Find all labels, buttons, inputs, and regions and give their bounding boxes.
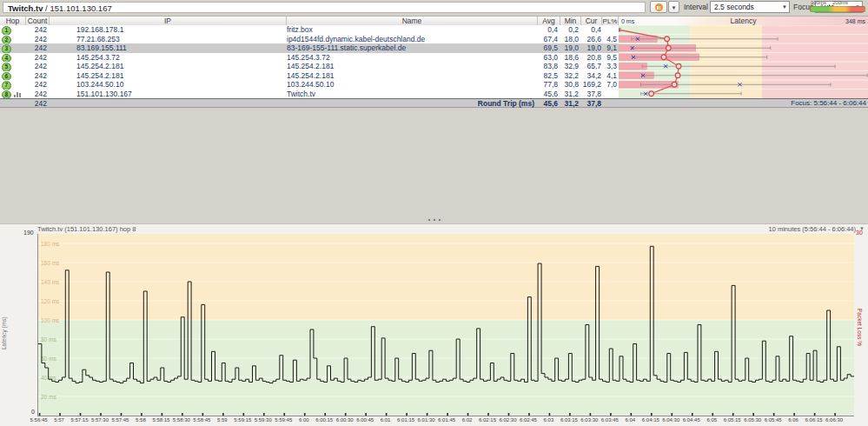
hop-cell: 4 — [0, 53, 26, 63]
time-axis-tick-label: 6:04:30 — [662, 417, 679, 423]
interval-label: Interval — [684, 1, 708, 13]
hop-number-badge: 5 — [2, 63, 11, 71]
avg-cell: 82,5 — [538, 71, 560, 81]
latency-axis-label: Latency (ms) — [1, 294, 7, 372]
pl-cell: 4,1 — [602, 71, 619, 81]
time-axis-tick-label: 5:58 — [136, 417, 146, 423]
min-cell: 19,0 — [560, 43, 581, 53]
svg-text:60 ms: 60 ms — [41, 356, 56, 362]
count-cell: 242 — [26, 43, 47, 53]
summary-count: 242 — [26, 99, 47, 108]
time-axis-tick-label: 5:56:45 — [30, 417, 48, 423]
min-cell: 30,8 — [560, 80, 581, 90]
time-axis-tick-label: 6:03 — [544, 417, 554, 423]
avg-cell: 63,0 — [538, 53, 560, 63]
time-axis-tick-label: 6:01:30 — [418, 417, 435, 423]
time-axis-tick-label: 5:59 — [217, 417, 228, 423]
interval-select[interactable]: 2.5 seconds▼ — [710, 1, 790, 13]
hop-number-badge: 8 — [2, 90, 11, 99]
name-cell: Twitch.tv — [287, 90, 538, 99]
pl-cell: 4,5 — [602, 35, 619, 44]
name-cell: 145.254.3.72 — [287, 53, 538, 63]
chevron-down-icon: ▼ — [782, 2, 787, 12]
hop-latency-minigraph — [619, 25, 868, 98]
time-axis-tick-label: 6:04:45 — [683, 417, 700, 423]
ip-cell: 77.21.68.253 — [50, 35, 287, 44]
hop-number-badge: 6 — [2, 72, 11, 81]
y-axis-min-label: 0 — [31, 409, 35, 415]
hop-number-badge: 2 — [2, 36, 11, 44]
y-axis-max-label: 190 — [23, 230, 34, 236]
count-cell: 242 — [26, 62, 47, 71]
avg-cell: 67,4 — [538, 35, 560, 44]
avg-cell: 0,4 — [538, 25, 560, 35]
time-axis-tick-label: 6:03:30 — [580, 417, 598, 423]
trace-titlebar: Twitch.tv / 151.101.130.167 — [3, 2, 646, 13]
time-axis-tick-label: 6:06:15 — [805, 417, 823, 423]
min-cell: 32,2 — [560, 71, 581, 81]
min-cell: 32,9 — [560, 62, 581, 71]
min-cell: 18,0 — [560, 35, 581, 44]
min-cell: 0,2 — [560, 25, 581, 35]
pl-cell: 3,3 — [602, 62, 619, 71]
time-axis-tick-label: 5:59:15 — [234, 417, 251, 423]
count-cell: 242 — [26, 90, 47, 99]
pl-cell — [602, 90, 619, 99]
time-axis-tick-label: 5:58:15 — [152, 417, 169, 423]
trace-target-host: Twitch.tv — [8, 3, 43, 13]
latency-color-legend: 100ms 200ms — [810, 0, 864, 12]
count-cell: 242 — [26, 25, 47, 35]
cur-cell: 37,8 — [581, 90, 602, 99]
ip-cell: 151.101.130.167 — [50, 90, 287, 99]
cur-cell: 19,0 — [581, 43, 602, 53]
cur-cell: 0,4 — [581, 25, 602, 35]
name-cell: ip4d1544fd.dynamic.kabel-deutschland.de — [287, 35, 538, 44]
hop-cell: 5 — [0, 62, 26, 71]
round-trip-summary-row: 242 Round Trip (ms) 45,6 31,2 37,8 Focus… — [0, 98, 868, 108]
packet-loss-max-label: 30 — [856, 230, 863, 236]
svg-text:120 ms: 120 ms — [41, 298, 60, 304]
svg-text:100 ms: 100 ms — [41, 317, 60, 323]
min-cell: 18,6 — [560, 53, 581, 63]
pingplotter-window: { "window": { "title_host": "Twitch.tv",… — [0, 0, 868, 426]
trace-target-ip: / 151.101.130.167 — [43, 3, 111, 13]
hop-number-badge: 1 — [2, 26, 11, 35]
cur-cell: 20,8 — [581, 53, 602, 63]
time-axis-tick-label: 6:02:30 — [499, 417, 516, 423]
summary-avg: 45,6 — [538, 99, 560, 108]
time-axis-tick-label: 6:03:15 — [560, 417, 578, 423]
avg-cell: 69,5 — [538, 43, 560, 53]
name-cell: 145.254.2.181 — [287, 71, 538, 81]
pl-cell: 9,5 — [602, 53, 619, 63]
name-cell: 103.244.50.10 — [287, 80, 538, 90]
svg-text:80 ms: 80 ms — [41, 336, 56, 343]
time-axis-tick-label: 5:57:15 — [70, 417, 88, 423]
svg-text:140 ms: 140 ms — [41, 279, 60, 285]
cur-cell: 169,2 — [581, 80, 602, 90]
pause-dropdown-button[interactable]: ▼ — [668, 1, 679, 13]
time-axis-tick-label: 6:02 — [462, 417, 473, 423]
graph-range-label[interactable]: 10 minutes (5:56:44 - 6:06:44) — [769, 225, 856, 233]
time-axis-tick-label: 6:05:45 — [765, 417, 782, 423]
avg-cell: 77,8 — [538, 80, 560, 90]
graph-title: Twitch.tv (151.101.130.167) hop 8 — [37, 225, 136, 233]
hop-number-badge: 7 — [2, 81, 11, 90]
pl-cell — [602, 25, 619, 35]
count-cell: 242 — [26, 71, 47, 81]
time-axis-tick-label: 6:00:45 — [356, 417, 374, 423]
ip-cell: 145.254.2.181 — [50, 62, 287, 71]
time-axis-tick-label: 6:03:45 — [601, 417, 619, 423]
time-axis-tick-label: 6:00:15 — [315, 417, 333, 423]
pane-splitter[interactable] — [0, 216, 868, 223]
count-cell: 242 — [26, 35, 47, 44]
time-axis-tick-label: 5:57 — [54, 417, 64, 423]
count-cell: 242 — [26, 53, 47, 63]
latency-time-series-plot[interactable]: 180 ms160 ms140 ms120 ms100 ms80 ms60 ms… — [37, 234, 854, 416]
time-axis-tick-label: 6:02:45 — [520, 417, 537, 423]
legend-100ms-label: 100ms — [811, 0, 826, 5]
ip-cell: 103.244.50.10 — [50, 80, 287, 90]
pause-button[interactable] — [650, 1, 667, 13]
time-axis-tick-label: 5:57:45 — [111, 417, 129, 423]
time-axis-tick-label: 6:05:30 — [744, 417, 761, 423]
focus-range-text: Focus: 5:56:44 - 6:06:44 — [619, 99, 866, 108]
